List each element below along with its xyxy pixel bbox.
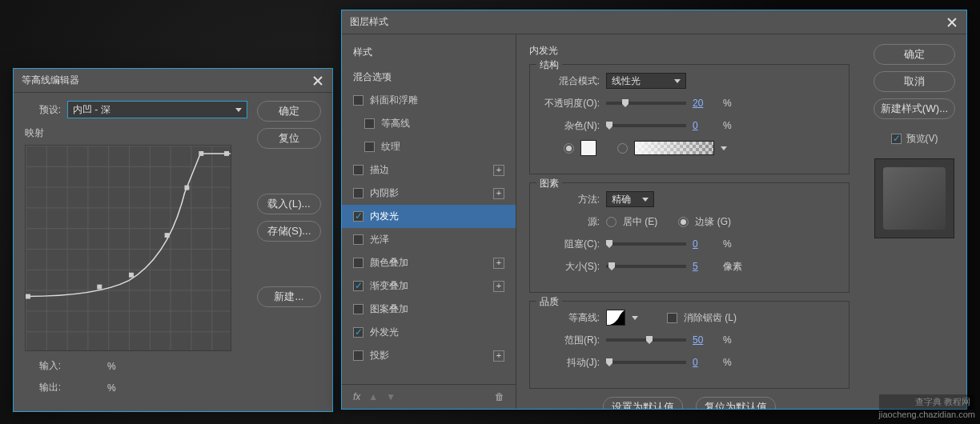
new-style-button[interactable]: 新建样式(W)... [874, 98, 955, 119]
svg-rect-6 [224, 151, 229, 156]
chevron-down-icon[interactable] [632, 316, 638, 320]
style-label: 渐变叠加 [370, 279, 408, 293]
contour-titlebar[interactable]: 等高线编辑器 [14, 69, 332, 93]
style-texture[interactable]: 纹理 [342, 135, 516, 158]
style-satin[interactable]: 光泽 [342, 228, 516, 251]
style-contour[interactable]: 等高线 [342, 112, 516, 135]
preset-value: 内凹 - 深 [73, 103, 110, 117]
style-label: 描边 [370, 163, 389, 177]
mapping-label: 映射 [25, 126, 247, 140]
jitter-slider[interactable] [606, 361, 686, 364]
style-outer-glow[interactable]: 外发光 [342, 321, 516, 344]
gradient-radio[interactable] [617, 143, 628, 154]
style-drop-shadow[interactable]: 投影 + [342, 344, 516, 367]
make-default-button[interactable]: 设置为默认值 [603, 397, 683, 409]
ok-button[interactable]: 确定 [257, 101, 321, 122]
checkbox[interactable] [353, 234, 363, 245]
blend-options[interactable]: 混合选项 [342, 66, 516, 89]
chevron-down-icon[interactable] [721, 146, 727, 150]
jitter-value[interactable]: 0 [693, 357, 717, 368]
percent: % [723, 238, 742, 250]
checkbox[interactable] [353, 95, 363, 106]
antialias-checkbox[interactable] [667, 313, 677, 323]
style-stroke[interactable]: 描边 + [342, 158, 516, 182]
fx-label[interactable]: fx [353, 391, 360, 402]
plus-icon[interactable]: + [493, 350, 504, 362]
cancel-button[interactable]: 取消 [874, 71, 955, 92]
arrow-down-icon[interactable]: ▼ [386, 391, 396, 402]
svg-rect-1 [97, 285, 102, 290]
load-button[interactable]: 载入(L)... [257, 194, 321, 214]
technique-select[interactable]: 精确 [606, 191, 654, 207]
color-radio[interactable] [564, 143, 574, 154]
style-pattern-overlay[interactable]: 图案叠加 [342, 298, 516, 321]
close-icon[interactable] [311, 74, 324, 87]
checkbox[interactable] [353, 165, 363, 175]
style-label: 外发光 [370, 326, 399, 339]
output-percent: % [107, 382, 116, 394]
contour-label: 等高线: [540, 311, 600, 325]
checkbox[interactable] [353, 327, 363, 338]
plus-icon[interactable]: + [493, 281, 504, 292]
quality-fieldset: 品质 等高线: 消除锯齿 (L) 范围(R): 50 % [529, 301, 849, 389]
style-gradient-overlay[interactable]: 渐变叠加 + [342, 274, 516, 298]
noise-slider[interactable] [606, 124, 686, 127]
settings-panel: 内发光 结构 混合模式: 线性光 不透明度(O): 20 % [516, 34, 862, 409]
gradient-swatch[interactable] [634, 141, 714, 155]
choke-label: 阻塞(C): [540, 238, 600, 251]
noise-value[interactable]: 0 [693, 120, 717, 131]
contour-thumbnail[interactable] [606, 310, 625, 326]
style-label: 等高线 [381, 117, 410, 130]
plus-icon[interactable]: + [493, 258, 504, 269]
blend-mode-select[interactable]: 线性光 [606, 73, 686, 89]
style-color-overlay[interactable]: 颜色叠加 + [342, 251, 516, 274]
style-label: 纹理 [381, 140, 400, 154]
contour-editor-dialog: 等高线编辑器 预设: 内凹 - 深 映射 [13, 68, 333, 412]
source-edge-label: 边缘 (G) [695, 215, 731, 229]
checkbox[interactable] [353, 211, 363, 222]
range-value[interactable]: 50 [693, 334, 717, 346]
size-value[interactable]: 5 [693, 261, 717, 272]
arrow-up-icon[interactable]: ▲ [368, 391, 378, 402]
choke-value[interactable]: 0 [693, 238, 717, 250]
size-label: 大小(S): [540, 260, 600, 274]
opacity-value[interactable]: 20 [693, 98, 717, 109]
save-button[interactable]: 存储(S)... [257, 221, 321, 242]
reset-default-button[interactable]: 复位为默认值 [696, 397, 776, 409]
preview-label: 预览(V) [906, 132, 938, 146]
trash-icon[interactable]: 🗑 [495, 391, 504, 402]
plus-icon[interactable]: + [493, 165, 504, 176]
svg-rect-4 [184, 186, 189, 190]
choke-slider[interactable] [606, 242, 686, 246]
reset-button[interactable]: 复位 [257, 128, 321, 149]
checkbox[interactable] [353, 258, 363, 268]
plus-icon[interactable]: + [493, 188, 504, 199]
close-icon[interactable] [946, 16, 958, 29]
style-inner-glow[interactable]: 内发光 [342, 205, 516, 228]
source-center-radio[interactable] [606, 217, 617, 227]
checkbox[interactable] [364, 142, 375, 152]
range-slider[interactable] [606, 338, 686, 342]
size-slider[interactable] [606, 265, 686, 268]
checkbox[interactable] [353, 188, 363, 198]
style-inner-shadow[interactable]: 内阴影 + [342, 182, 516, 205]
percent: % [723, 98, 742, 109]
checkbox[interactable] [364, 118, 375, 129]
source-edge-radio[interactable] [678, 217, 689, 227]
style-bevel-emboss[interactable]: 斜面和浮雕 [342, 89, 516, 112]
new-button[interactable]: 新建... [257, 286, 321, 307]
checkbox[interactable] [353, 304, 363, 314]
layerstyle-titlebar[interactable]: 图层样式 [342, 10, 966, 34]
checkbox[interactable] [353, 281, 363, 291]
preview-checkbox[interactable] [891, 134, 902, 144]
styles-list: 样式 混合选项 斜面和浮雕 等高线 纹理 描边 + 内阴影 [342, 34, 516, 409]
style-label: 投影 [370, 349, 389, 362]
ok-button[interactable]: 确定 [874, 44, 955, 65]
color-swatch[interactable] [580, 140, 596, 156]
chevron-down-icon [642, 198, 649, 202]
checkbox[interactable] [353, 350, 363, 361]
curve-editor[interactable] [25, 145, 231, 351]
opacity-slider[interactable] [606, 102, 686, 105]
preset-select[interactable]: 内凹 - 深 [67, 101, 247, 118]
styles-header[interactable]: 样式 [342, 44, 516, 66]
